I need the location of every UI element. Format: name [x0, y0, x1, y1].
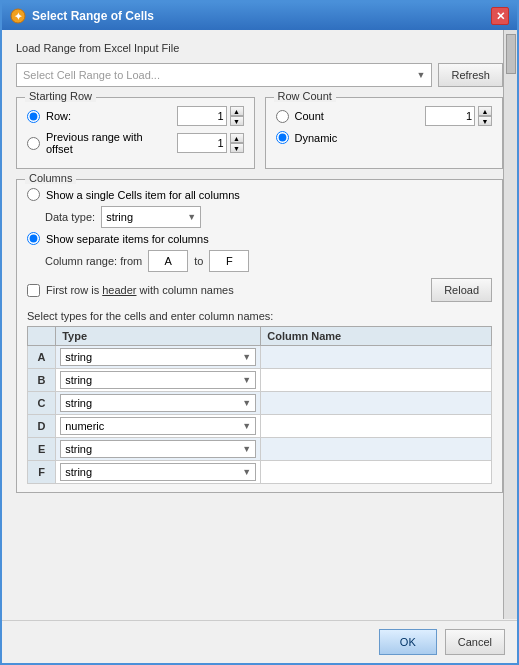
close-button[interactable]: ✕ [491, 7, 509, 25]
cell-range-combo[interactable]: Select Cell Range to Load... ▼ [16, 63, 432, 87]
type-combo[interactable]: string ▼ [60, 348, 256, 366]
row-count-group: Row Count Count 1 ▲ ▼ Dynamic [265, 97, 504, 169]
row-spinner-buttons: ▲ ▼ [230, 106, 244, 126]
table-header-type: Type [56, 327, 261, 346]
type-arrow-icon: ▼ [242, 444, 251, 454]
main-content: Load Range from Excel Input File Select … [2, 30, 517, 620]
title-bar: ✦ Select Range of Cells ✕ [2, 2, 517, 30]
svg-text:✦: ✦ [14, 11, 23, 22]
scrollbar[interactable] [503, 30, 517, 619]
data-type-arrow-icon: ▼ [187, 212, 196, 222]
reload-button[interactable]: Reload [431, 278, 492, 302]
combo-arrow-icon: ▼ [417, 70, 426, 80]
load-range-label: Load Range from Excel Input File [16, 42, 503, 54]
first-row-header-label: First row is header with column names [46, 284, 234, 296]
table-row: D numeric ▼ [28, 415, 492, 438]
cancel-button[interactable]: Cancel [445, 629, 505, 655]
starting-row-group: Starting Row Row: 1 ▲ ▼ Previous range w… [16, 97, 255, 169]
type-cell: string ▼ [56, 461, 261, 484]
count-spinner-buttons: ▲ ▼ [478, 106, 492, 126]
column-range-to-input[interactable] [209, 250, 249, 272]
row-spinner-down[interactable]: ▼ [230, 116, 244, 126]
offset-spinner-up[interactable]: ▲ [230, 133, 244, 143]
table-row: F string ▼ [28, 461, 492, 484]
refresh-button[interactable]: Refresh [438, 63, 503, 87]
col-name-input[interactable] [265, 351, 487, 363]
count-spinner-down[interactable]: ▼ [478, 116, 492, 126]
count-radio-label: Count [295, 110, 420, 122]
type-combo[interactable]: string ▼ [60, 371, 256, 389]
bottom-bar: OK Cancel [2, 620, 517, 663]
column-range-from-input[interactable] [148, 250, 188, 272]
count-radio-row: Count 1 ▲ ▼ [276, 106, 493, 126]
type-combo[interactable]: string ▼ [60, 440, 256, 458]
col-name-input[interactable] [265, 374, 487, 386]
ok-button[interactable]: OK [379, 629, 437, 655]
prev-range-label: Previous range with offset [46, 131, 171, 155]
single-cells-radio[interactable] [27, 188, 40, 201]
separate-items-label: Show separate items for columns [46, 233, 492, 245]
col-name-cell [261, 461, 492, 484]
separate-items-radio[interactable] [27, 232, 40, 245]
table-row: B string ▼ [28, 369, 492, 392]
col-name-cell [261, 392, 492, 415]
type-arrow-icon: ▼ [242, 375, 251, 385]
first-row-header-row: First row is header with column names [27, 284, 234, 297]
type-cell: numeric ▼ [56, 415, 261, 438]
data-type-row: Data type: string ▼ [45, 206, 492, 228]
type-cell: string ▼ [56, 369, 261, 392]
column-range-from-label: Column range: from [45, 255, 142, 267]
single-cells-label: Show a single Cells item for all columns [46, 189, 492, 201]
row-spinner-up[interactable]: ▲ [230, 106, 244, 116]
count-spinner-input[interactable]: 1 [425, 106, 475, 126]
dialog-icon: ✦ [10, 8, 26, 24]
col-name-input[interactable] [265, 466, 487, 478]
offset-spinner-down[interactable]: ▼ [230, 143, 244, 153]
columns-table: Type Column Name A string ▼ B string ▼ C… [27, 326, 492, 484]
load-range-row: Select Cell Range to Load... ▼ Refresh [16, 63, 503, 87]
row-label-cell: C [28, 392, 56, 415]
cell-range-placeholder: Select Cell Range to Load... [23, 69, 160, 81]
type-combo[interactable]: string ▼ [60, 463, 256, 481]
row-label-cell: B [28, 369, 56, 392]
type-arrow-icon: ▼ [242, 352, 251, 362]
type-value: string [65, 466, 92, 478]
columns-group: Columns Show a single Cells item for all… [16, 179, 503, 493]
type-cell: string ▼ [56, 392, 261, 415]
type-value: numeric [65, 420, 104, 432]
data-type-combo[interactable]: string ▼ [101, 206, 201, 228]
dynamic-radio-label: Dynamic [295, 132, 493, 144]
type-combo[interactable]: numeric ▼ [60, 417, 256, 435]
col-name-input[interactable] [265, 397, 487, 409]
data-type-value: string [106, 211, 133, 223]
col-name-input[interactable] [265, 420, 487, 432]
col-name-input[interactable] [265, 443, 487, 455]
row-spinner-input[interactable]: 1 [177, 106, 227, 126]
type-cell: string ▼ [56, 438, 261, 461]
dynamic-radio[interactable] [276, 131, 289, 144]
offset-spinner: 1 ▲ ▼ [177, 133, 244, 153]
table-row: E string ▼ [28, 438, 492, 461]
prev-range-radio[interactable] [27, 137, 40, 150]
data-type-label: Data type: [45, 211, 95, 223]
type-cell: string ▼ [56, 346, 261, 369]
scroll-thumb[interactable] [506, 34, 516, 74]
first-row-header-checkbox[interactable] [27, 284, 40, 297]
offset-spinner-input[interactable]: 1 [177, 133, 227, 153]
column-range-to-label: to [194, 255, 203, 267]
count-radio[interactable] [276, 110, 289, 123]
row-radio[interactable] [27, 110, 40, 123]
row-label-cell: F [28, 461, 56, 484]
type-value: string [65, 374, 92, 386]
column-range-row: Column range: from to [45, 250, 492, 272]
type-combo[interactable]: string ▼ [60, 394, 256, 412]
table-header-colname: Column Name [261, 327, 492, 346]
load-range-section: Load Range from Excel Input File Select … [16, 42, 503, 87]
header-reload-row: First row is header with column names Re… [27, 278, 492, 302]
starting-row-count-row: Starting Row Row: 1 ▲ ▼ Previous range w… [16, 97, 503, 169]
count-spinner-up[interactable]: ▲ [478, 106, 492, 116]
row-radio-row: Row: 1 ▲ ▼ [27, 106, 244, 126]
starting-row-title: Starting Row [25, 90, 96, 102]
type-value: string [65, 443, 92, 455]
dynamic-radio-row: Dynamic [276, 131, 493, 144]
